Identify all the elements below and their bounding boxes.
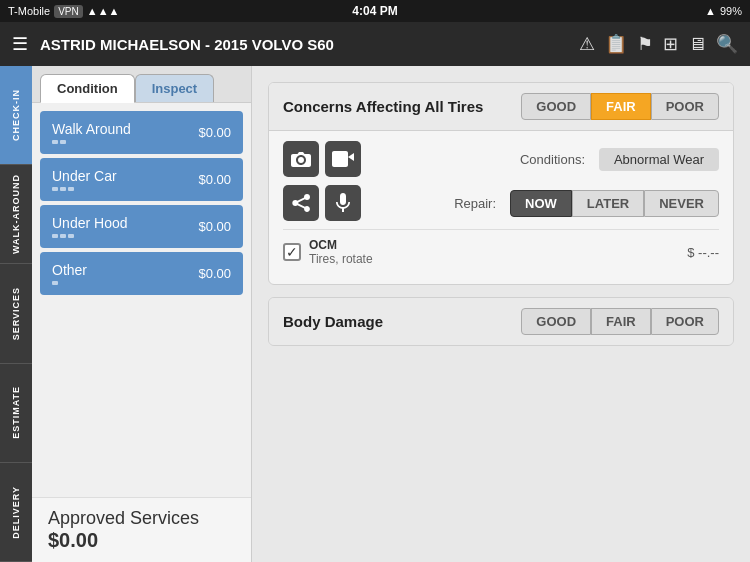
- body-fair-button[interactable]: FAIR: [591, 308, 651, 335]
- approved-bar: Approved Services $0.00: [32, 497, 251, 562]
- estimate-label: ESTIMATE: [11, 386, 21, 439]
- action-icons: [283, 141, 361, 177]
- vertical-tabs: CHECK-IN WALK-AROUND SERVICES ESTIMATE D…: [0, 66, 32, 562]
- header-title: ASTRID MICHAELSON - 2015 VOLVO S60: [40, 36, 567, 53]
- ocm-title: OCM: [309, 238, 679, 252]
- sidebar-item-check-in[interactable]: CHECK-IN: [0, 66, 32, 165]
- now-button[interactable]: NOW: [510, 190, 572, 217]
- warning-icon[interactable]: ⚠: [579, 33, 595, 55]
- menu-item-other[interactable]: Other $0.00: [40, 252, 243, 295]
- action-icons-2: [283, 185, 361, 221]
- menu-item-price: $0.00: [198, 266, 231, 281]
- header: ☰ ASTRID MICHAELSON - 2015 VOLVO S60 ⚠ 📋…: [0, 22, 750, 66]
- header-title-bold: S60: [307, 36, 334, 53]
- later-button[interactable]: LATER: [572, 190, 644, 217]
- share-icon-btn[interactable]: [283, 185, 319, 221]
- body-damage-header: Body Damage GOOD FAIR POOR: [269, 298, 733, 345]
- repair-buttons: NOW LATER NEVER: [510, 190, 719, 217]
- conditions-row: Conditions: Abnormal Wear: [283, 141, 719, 177]
- menu-item-price: $0.00: [198, 219, 231, 234]
- search-icon[interactable]: 🔍: [716, 33, 738, 55]
- main-layout: CHECK-IN WALK-AROUND SERVICES ESTIMATE D…: [0, 66, 750, 562]
- status-right: ▲ 99%: [705, 5, 742, 17]
- sidebar-item-services[interactable]: SERVICES: [0, 264, 32, 363]
- menu-item-price: $0.00: [198, 172, 231, 187]
- repair-label: Repair:: [454, 196, 496, 211]
- content-area: Concerns Affecting All Tires GOOD FAIR P…: [252, 66, 750, 562]
- signal-icon: ▲▲▲: [87, 5, 120, 17]
- wifi-icon: ▲: [705, 5, 716, 17]
- tab-bar: Condition Inspect: [32, 66, 251, 103]
- ocm-row: ✓ OCM Tires, rotate $ --.--: [283, 229, 719, 274]
- battery-label: 99%: [720, 5, 742, 17]
- conditions-label: Conditions:: [520, 152, 585, 167]
- menu-items: Walk Around $0.00 Under Car $0.00 Under …: [32, 103, 251, 497]
- menu-item-price: $0.00: [198, 125, 231, 140]
- never-button[interactable]: NEVER: [644, 190, 719, 217]
- plus-square-icon[interactable]: ⊞: [663, 33, 678, 55]
- repair-row: Repair: NOW LATER NEVER: [283, 185, 719, 221]
- menu-item-walk-around[interactable]: Walk Around $0.00: [40, 111, 243, 154]
- concerns-rating-buttons: GOOD FAIR POOR: [521, 93, 719, 120]
- services-label: SERVICES: [11, 287, 21, 340]
- walk-around-label: WALK-AROUND: [11, 174, 21, 254]
- ocm-checkbox[interactable]: ✓: [283, 243, 301, 261]
- concerns-header: Concerns Affecting All Tires GOOD FAIR P…: [269, 83, 733, 131]
- concerns-body: Conditions: Abnormal Wear: [269, 131, 733, 284]
- menu-icon[interactable]: ☰: [12, 33, 28, 55]
- approved-amount: $0.00: [48, 529, 98, 551]
- menu-item-label: Under Car: [52, 168, 117, 184]
- ocm-subtitle: Tires, rotate: [309, 252, 679, 266]
- left-menu: Condition Inspect Walk Around $0.00 Unde…: [32, 66, 252, 562]
- menu-item-label: Other: [52, 262, 87, 278]
- menu-item-under-car[interactable]: Under Car $0.00: [40, 158, 243, 201]
- sidebar-item-walk-around[interactable]: WALK-AROUND: [0, 165, 32, 264]
- poor-button[interactable]: POOR: [651, 93, 719, 120]
- body-good-button[interactable]: GOOD: [521, 308, 591, 335]
- header-icons: ⚠ 📋 ⚑ ⊞ 🖥 🔍: [579, 33, 738, 55]
- header-title-text: ASTRID MICHAELSON - 2015 VOLVO: [40, 36, 307, 53]
- mic-icon-btn[interactable]: [325, 185, 361, 221]
- ocm-text: OCM Tires, rotate: [309, 238, 679, 266]
- tab-condition[interactable]: Condition: [40, 74, 135, 103]
- concerns-card: Concerns Affecting All Tires GOOD FAIR P…: [268, 82, 734, 285]
- fair-button[interactable]: FAIR: [591, 93, 651, 120]
- body-poor-button[interactable]: POOR: [651, 308, 719, 335]
- sidebar-item-delivery[interactable]: DELIVERY: [0, 463, 32, 562]
- concerns-title: Concerns Affecting All Tires: [283, 98, 483, 115]
- status-bar: T-Mobile VPN ▲▲▲ 4:04 PM ▲ 99%: [0, 0, 750, 22]
- good-button[interactable]: GOOD: [521, 93, 591, 120]
- body-damage-card: Body Damage GOOD FAIR POOR: [268, 297, 734, 346]
- body-damage-title: Body Damage: [283, 313, 383, 330]
- monitor-icon[interactable]: 🖥: [688, 34, 706, 55]
- tab-inspect[interactable]: Inspect: [135, 74, 215, 102]
- menu-item-under-hood[interactable]: Under Hood $0.00: [40, 205, 243, 248]
- body-damage-rating-buttons: GOOD FAIR POOR: [521, 308, 719, 335]
- camera-icon-btn[interactable]: [283, 141, 319, 177]
- sidebar-item-estimate[interactable]: ESTIMATE: [0, 364, 32, 463]
- ocm-price: $ --.--: [687, 245, 719, 260]
- flag-icon[interactable]: ⚑: [637, 33, 653, 55]
- conditions-value: Abnormal Wear: [599, 148, 719, 171]
- vpn-label: VPN: [54, 5, 83, 18]
- delivery-label: DELIVERY: [11, 486, 21, 539]
- menu-item-label: Under Hood: [52, 215, 128, 231]
- video-icon-btn[interactable]: [325, 141, 361, 177]
- status-left: T-Mobile VPN ▲▲▲: [8, 5, 119, 18]
- status-time: 4:04 PM: [352, 4, 397, 18]
- approved-label: Approved Services: [48, 508, 199, 528]
- carrier-label: T-Mobile: [8, 5, 50, 17]
- menu-item-label: Walk Around: [52, 121, 131, 137]
- clipboard-icon[interactable]: 📋: [605, 33, 627, 55]
- check-in-label: CHECK-IN: [11, 89, 21, 141]
